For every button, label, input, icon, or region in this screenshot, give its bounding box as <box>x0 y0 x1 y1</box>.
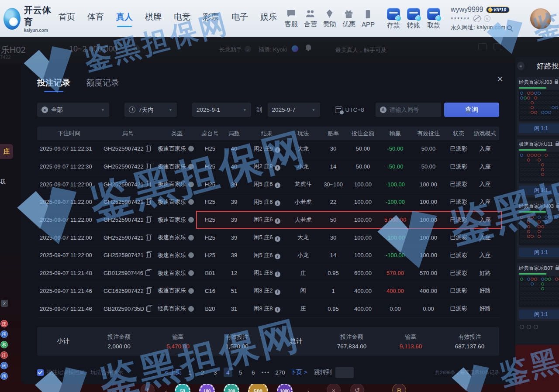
chip-50[interactable]: 50 <box>175 383 190 392</box>
menu-item-首页[interactable]: 首页 <box>59 11 75 26</box>
page-number-1[interactable]: 1 <box>186 368 194 377</box>
brand-logo[interactable]: 开云体育 kaiyun.com <box>3 4 52 33</box>
menu-item-娱乐[interactable]: 娱乐 <box>260 11 277 26</box>
copy-icon[interactable] <box>146 182 151 187</box>
nav-item-partner[interactable]: 合营 <box>304 9 317 28</box>
copy-icon[interactable] <box>146 288 151 294</box>
info-icon[interactable]: i <box>275 182 280 188</box>
game-type-icon[interactable] <box>188 217 194 223</box>
info-icon[interactable]: i <box>275 272 280 277</box>
copy-icon[interactable] <box>146 164 151 169</box>
game-type-icon[interactable] <box>188 288 194 294</box>
round-search-input[interactable]: A 请输入局号 <box>376 103 441 117</box>
copy-icon[interactable] <box>146 146 151 151</box>
info-icon[interactable]: i <box>275 289 280 295</box>
game-type-icon[interactable] <box>188 270 194 276</box>
avatar[interactable] <box>529 7 552 30</box>
pager-dots[interactable] <box>520 325 559 329</box>
page-number-5[interactable]: 5 <box>236 368 245 377</box>
brand-subtitle: kaiyun.com <box>24 28 52 33</box>
withdraw-button[interactable]: 取款 <box>427 8 440 30</box>
tab-quota-records[interactable]: 额度记录 <box>86 77 119 93</box>
nav-item-app[interactable]: APP <box>362 9 375 28</box>
info-icon[interactable]: i <box>275 218 280 224</box>
info-icon[interactable]: i <box>275 236 280 242</box>
transfer-button[interactable]: 转账 <box>407 8 420 30</box>
refresh-v-icon[interactable]: V <box>484 15 490 22</box>
game-type-icon[interactable] <box>188 306 194 312</box>
menu-item-电竞[interactable]: 电竞 <box>174 11 190 26</box>
copy-icon[interactable] <box>146 235 151 241</box>
game-type-dropdown[interactable]: ♠ 全部 ▼ <box>37 103 109 117</box>
menu-item-真人[interactable]: 真人 <box>116 11 133 26</box>
nav-item-promo[interactable]: 优惠 <box>342 9 355 28</box>
merge-toggle[interactable]: 投注记录按照局、玩法合并展示 <box>37 369 123 376</box>
query-button[interactable]: 查询 <box>444 103 499 117</box>
to-label: 到 <box>256 106 262 114</box>
date-to-dropdown[interactable]: 2025-9-7 ▼ <box>268 103 320 117</box>
total-valid: 687,137.60 <box>440 343 499 350</box>
deposit-button[interactable]: 存款 <box>387 8 400 30</box>
nav-item-service[interactable]: 客服 <box>285 9 298 28</box>
info-icon[interactable]: i <box>275 200 280 206</box>
balance-icon[interactable]: B <box>392 383 406 392</box>
date-from-dropdown[interactable]: 2025-9-1 ▼ <box>192 103 251 117</box>
chip-100[interactable]: 100 <box>199 383 215 392</box>
chips-next-icon[interactable]: › <box>301 384 315 392</box>
game-type-icon[interactable] <box>188 164 194 169</box>
menu-item-棋牌[interactable]: 棋牌 <box>145 11 162 26</box>
nav-item-sponsor[interactable]: 赞助 <box>323 9 336 28</box>
brand-title: 开云体育 <box>24 4 52 28</box>
info-icon[interactable]: i <box>275 254 280 259</box>
eye-off-icon[interactable] <box>473 15 481 22</box>
page-number-4[interactable]: 4 <box>224 368 232 377</box>
collapse-icon[interactable]: « <box>517 62 524 70</box>
chip-200[interactable]: 200 <box>224 383 239 392</box>
close-icon[interactable]: × <box>497 74 503 84</box>
page-number-6[interactable]: 6 <box>249 368 258 377</box>
records-count-note: 共2696条，每页显示10条记录 <box>435 369 499 376</box>
page-number-last[interactable]: 270 <box>274 368 286 377</box>
checkbox-checked-icon[interactable] <box>37 369 44 376</box>
page-number-3[interactable]: 3 <box>211 368 220 377</box>
game-type-icon[interactable] <box>188 146 194 151</box>
next-page-button[interactable]: 下页 > <box>290 368 307 376</box>
undo-icon[interactable]: ↺ <box>350 383 364 392</box>
chip-settings-icon[interactable]: f <box>141 383 155 392</box>
vip-badge[interactable]: VIP10 <box>486 7 510 13</box>
menu-item-体育[interactable]: 体育 <box>87 11 104 26</box>
subtotal-valid: 1,570.00 <box>207 343 266 350</box>
tab-bet-records[interactable]: 投注记录 <box>37 77 70 93</box>
menu-item-电子[interactable]: 电子 <box>231 11 248 26</box>
cancel-bet-icon[interactable]: × <box>327 383 341 392</box>
prev-page-button[interactable]: < 上页 <box>165 368 182 376</box>
jump-page-input[interactable] <box>335 367 354 378</box>
game-type-icon[interactable] <box>188 182 194 187</box>
copy-icon[interactable] <box>146 252 151 258</box>
copy-icon[interactable] <box>146 217 151 223</box>
brand-logo-icon <box>3 8 21 30</box>
quick-bet-button[interactable]: 闲 1:1 <box>519 124 559 133</box>
game-type-icon[interactable] <box>188 199 194 205</box>
copy-icon[interactable] <box>146 306 151 312</box>
search-icon[interactable] <box>507 25 512 30</box>
info-icon[interactable]: i <box>275 307 280 313</box>
menu-item-彩票[interactable]: 彩票 <box>203 11 219 26</box>
sidebar-panels: 经典百家乐J03闲 1:1极速百家乐U11闲 1:1经典百家乐M03闲 1:1经… <box>515 77 559 321</box>
chips-prev-icon[interactable]: ‹ <box>159 384 173 392</box>
page-number-2[interactable]: 2 <box>198 368 207 377</box>
info-icon[interactable]: i <box>275 147 280 153</box>
quick-bet-button[interactable]: 闲 1:1 <box>519 248 559 257</box>
lock-icon <box>556 267 559 270</box>
quick-bet-button[interactable]: 闲 1:1 <box>519 186 559 195</box>
info-icon[interactable]: i <box>275 165 280 171</box>
date-range-dropdown[interactable]: 7天内 ▼ <box>124 103 177 117</box>
table-row: 2025-09-07 11:22:00GH2525907421极速百家乐H253… <box>37 193 499 211</box>
game-type-icon[interactable] <box>188 235 194 241</box>
chip-1000[interactable]: 1000 <box>277 383 293 392</box>
quick-bet-button[interactable]: 闲 1:1 <box>519 309 559 319</box>
game-type-icon[interactable] <box>188 252 194 258</box>
copy-icon[interactable] <box>145 270 150 276</box>
copy-icon[interactable] <box>146 199 151 205</box>
column-header: 输赢 <box>379 130 412 138</box>
